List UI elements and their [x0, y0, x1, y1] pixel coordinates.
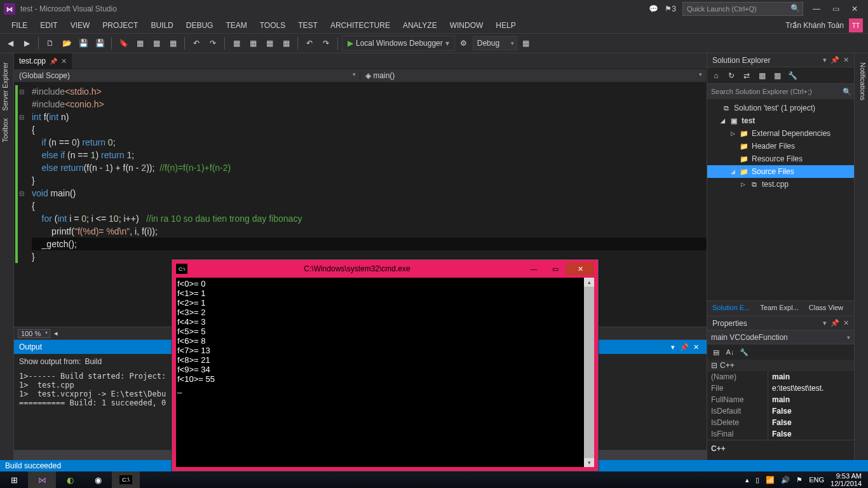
refresh-icon[interactable]: ↻	[725, 71, 738, 80]
sync-icon[interactable]: ⇄	[740, 71, 753, 80]
property-row[interactable]: IsDefaultFalse	[707, 405, 854, 417]
toolbar-icon[interactable]: ▦	[756, 71, 768, 80]
tray-clock[interactable]: 9:53 AM 12/1/2014	[831, 472, 862, 487]
console-maximize-button[interactable]: ▭	[545, 262, 566, 275]
output-source-select[interactable]: Build	[85, 357, 102, 366]
menu-debug[interactable]: DEBUG	[180, 19, 220, 32]
tray-lang[interactable]: ENG	[809, 476, 824, 484]
toolbar-icon[interactable]: ▦	[519, 36, 534, 51]
sort-icon[interactable]: A↓	[724, 346, 736, 358]
console-output[interactable]: f<0>= 0 f<1>= 1 f<2>= 1 f<3>= 2 f<4>= 3 …	[176, 278, 594, 467]
scope-left-select[interactable]: (Global Scope)	[14, 69, 360, 82]
tray-icon[interactable]: ▯	[756, 476, 759, 484]
close-icon[interactable]: ✕	[843, 56, 849, 64]
toolbar-icon[interactable]: ▦	[262, 36, 277, 51]
tray-volume-icon[interactable]: 🔊	[781, 476, 790, 484]
toolbar-icon[interactable]: ▦	[771, 71, 783, 80]
console-window[interactable]: C:\ C:\Windows\system32\cmd.exe — ▭ ✕ f<…	[172, 259, 599, 471]
toolbar-icon[interactable]: ▦	[245, 36, 261, 51]
undo-icon[interactable]: ↶	[189, 36, 204, 51]
debug-target-icon[interactable]: ⚙	[456, 36, 471, 51]
save-icon[interactable]: 💾	[76, 36, 91, 51]
menu-view[interactable]: VIEW	[64, 19, 97, 32]
nav-back-icon[interactable]: ◀	[3, 36, 18, 51]
taskbar-app-icon[interactable]: ◐	[56, 471, 84, 488]
server-explorer-tab[interactable]: Server Explorer	[0, 58, 13, 114]
tree-solution-node[interactable]: ⧉Solution 'test' (1 project)	[707, 102, 854, 114]
redo-icon[interactable]: ↷	[205, 36, 220, 51]
taskbar-vs-icon[interactable]: ⋈	[28, 471, 56, 488]
menu-build[interactable]: BUILD	[144, 19, 179, 32]
console-scrollbar[interactable]: ▴▾	[584, 278, 594, 467]
menu-window[interactable]: WINDOW	[444, 19, 490, 32]
split-icon[interactable]: ◂	[54, 329, 58, 337]
quick-launch-input[interactable]: Quick Launch (Ctrl+Q) 🔍	[682, 2, 803, 16]
toolbar-icon[interactable]: ▦	[165, 36, 180, 51]
start-debugging-button[interactable]: ▶ Local Windows Debugger ▾	[342, 36, 455, 51]
fold-icon[interactable]: ⊟	[19, 187, 24, 200]
tab-solution-explorer[interactable]: Solution E...	[707, 301, 755, 316]
toolbar-icon[interactable]: ▦	[132, 36, 147, 51]
properties-icon[interactable]: 🔧	[786, 71, 799, 80]
console-minimize-button[interactable]: —	[523, 262, 545, 275]
notification-flag-icon[interactable]: ⚑3	[665, 4, 676, 13]
tree-file-testcpp[interactable]: ▷⧉test.cpp	[707, 178, 854, 191]
wrench-icon[interactable]: 🔧	[738, 346, 750, 358]
property-row[interactable]: IsDeleteFalse	[707, 417, 854, 428]
toolbar-icon[interactable]: ▦	[278, 36, 294, 51]
menu-test[interactable]: TEST	[292, 19, 324, 32]
close-icon[interactable]: ✕	[690, 343, 702, 351]
nav-forward-icon[interactable]: ▶	[19, 36, 34, 51]
menu-project[interactable]: PROJECT	[96, 19, 144, 32]
dropdown-icon[interactable]: ▾	[823, 319, 827, 327]
menu-tools[interactable]: TOOLS	[254, 19, 292, 32]
menu-edit[interactable]: EDIT	[34, 19, 64, 32]
save-all-icon[interactable]: 💾	[92, 36, 107, 51]
menu-help[interactable]: HELP	[489, 19, 522, 32]
bookmark-icon[interactable]: 🔖	[116, 36, 131, 51]
toolbar-icon[interactable]: ▦	[149, 36, 164, 51]
step-fwd-icon[interactable]: ↷	[318, 36, 334, 51]
solution-search-input[interactable]: Search Solution Explorer (Ctrl+;) 🔍	[707, 84, 854, 99]
menu-analyze[interactable]: ANALYZE	[397, 19, 444, 32]
close-tab-icon[interactable]: ✕	[61, 57, 67, 65]
open-file-icon[interactable]: 📂	[59, 36, 74, 51]
tree-project-node[interactable]: ◢▣test	[707, 114, 854, 127]
close-icon[interactable]: ✕	[843, 319, 849, 327]
tree-folder-source[interactable]: ◢📁Source Files	[707, 165, 854, 178]
dropdown-icon[interactable]: ▾	[823, 56, 827, 64]
tab-team-explorer[interactable]: Team Expl...	[755, 301, 804, 316]
menu-file[interactable]: FILE	[5, 19, 34, 32]
pin-icon[interactable]: 📌	[679, 343, 690, 351]
minimize-button[interactable]: —	[807, 2, 826, 16]
feedback-icon[interactable]: 💬	[649, 4, 658, 13]
start-button[interactable]: ⊞	[0, 471, 28, 488]
step-back-icon[interactable]: ↶	[302, 36, 317, 51]
scope-right-select[interactable]: ◈ main()	[360, 69, 707, 82]
menu-architecture[interactable]: ARCHITECTURE	[324, 19, 397, 32]
tray-flag-icon[interactable]: ⚑	[796, 476, 803, 484]
categorize-icon[interactable]: ▤	[710, 346, 722, 358]
fold-icon[interactable]: ⊟	[19, 111, 24, 124]
user-name[interactable]: Trần Khánh Toàn	[785, 21, 844, 30]
property-row[interactable]: (Name)main	[707, 371, 854, 383]
console-titlebar[interactable]: C:\ C:\Windows\system32\cmd.exe — ▭ ✕	[172, 260, 598, 278]
tray-network-icon[interactable]: 📶	[766, 476, 775, 484]
new-project-icon[interactable]: 🗋	[43, 36, 58, 51]
pin-icon[interactable]: 📌	[831, 319, 839, 327]
zoom-select[interactable]: 100 %	[18, 329, 50, 338]
dropdown-icon[interactable]: ▾	[667, 343, 679, 351]
pin-icon[interactable]: 📌	[831, 56, 839, 64]
fold-icon[interactable]: ⊟	[19, 86, 24, 98]
console-close-button[interactable]: ✕	[566, 262, 594, 275]
editor-tab[interactable]: test.cpp 📌 ✕	[14, 53, 72, 69]
pin-icon[interactable]: 📌	[50, 58, 57, 65]
property-row[interactable]: IsFinalFalse	[707, 428, 854, 440]
close-button[interactable]: ✕	[845, 2, 864, 16]
maximize-button[interactable]: ▭	[826, 2, 845, 16]
toolbar-icon[interactable]: ▦	[229, 36, 244, 51]
menu-team[interactable]: TEAM	[219, 19, 253, 32]
configuration-select[interactable]: Debug	[473, 36, 517, 50]
tray-arrow-icon[interactable]: ▴	[745, 476, 749, 484]
tree-folder-external[interactable]: ▷📁External Dependencies	[707, 127, 854, 140]
